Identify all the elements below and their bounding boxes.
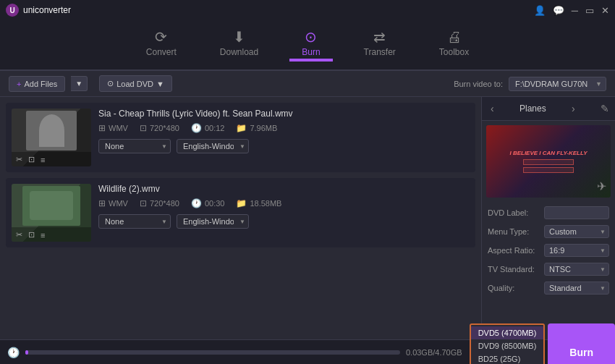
toolbar-left: + Add Files ▼ ⊙ Load DVD ▼: [9, 75, 172, 92]
menu-type-label: Menu Type:: [488, 227, 540, 236]
panel-prev-button[interactable]: ‹: [488, 101, 497, 116]
disk-option-dvd9[interactable]: DVD9 (8500MB): [471, 339, 544, 352]
settings-icon-2[interactable]: ≡: [41, 231, 45, 240]
burn-icon: ⊙: [305, 30, 317, 44]
burn-button[interactable]: Burn: [548, 323, 615, 365]
nav-transfer[interactable]: ⇄ Transfer: [364, 30, 396, 60]
nav-transfer-label: Transfer: [364, 47, 396, 57]
resolution-icon-1: ⊡: [140, 123, 147, 133]
menu-type-select[interactable]: Custom: [544, 225, 609, 238]
progress-label: 0.03GB/4.70GB: [406, 348, 462, 357]
nav-toolbox[interactable]: 🖨 Toolbox: [439, 30, 469, 60]
convert-icon: ⟳: [155, 30, 167, 44]
audio-select-1[interactable]: None: [98, 139, 171, 153]
dvd-icon: ⊙: [107, 79, 114, 88]
plane-icon: ✈: [597, 179, 606, 193]
progress-track: [25, 350, 400, 355]
minimize-icon[interactable]: ─: [572, 5, 578, 16]
burn-to-wrapper: F:\DVDRAM GU70N: [509, 77, 606, 91]
toolbox-icon: 🖨: [447, 30, 462, 44]
thumbnail-1: ✂ ⊡ ≡: [12, 109, 91, 166]
toolbar: + Add Files ▼ ⊙ Load DVD ▼ Burn video to…: [0, 71, 615, 97]
file-meta-2: ⊞ WMV ⊡ 720*480 🕐 00:30 📁 18.58MB: [98, 198, 470, 208]
tv-standard-select-wrapper: NTSC: [544, 263, 609, 276]
duration-icon-2: 🕐: [191, 198, 202, 208]
burn-to-select[interactable]: F:\DVDRAM GU70N: [509, 77, 606, 91]
clock-icon: 🕐: [7, 347, 20, 358]
disk-option-dvd5[interactable]: DVD5 (4700MB): [471, 326, 544, 339]
file-name-1: Sia - Cheap Thrills (Lyric Video) ft. Se…: [98, 109, 470, 119]
aspect-ratio-select[interactable]: 16:9: [544, 244, 609, 257]
crop-icon-2[interactable]: ⊡: [28, 230, 35, 240]
close-icon[interactable]: ✕: [601, 5, 609, 16]
file-info-2: Wildlife (2).wmv ⊞ WMV ⊡ 720*480 🕐 00:30: [98, 184, 470, 229]
load-dvd-arrow: ▼: [156, 80, 164, 88]
progress-fill: [25, 350, 28, 355]
burn-to-label: Burn video to:: [454, 80, 503, 88]
file-item-2: ✂ ⊡ ≡ Wildlife (2).wmv ⊞ WMV ⊡ 720*480: [6, 178, 475, 247]
file-name-2: Wildlife (2).wmv: [98, 184, 470, 194]
window-controls: 👤 💬 ─ ▭ ✕: [534, 5, 609, 16]
add-files-label: Add Files: [24, 80, 57, 88]
load-dvd-button[interactable]: ⊙ Load DVD ▼: [99, 75, 172, 92]
nav-bar: ⟳ Convert ⬇ Download ⊙ Burn ⇄ Transfer 🖨…: [0, 20, 615, 71]
user-icon[interactable]: 👤: [534, 5, 546, 16]
lang-select-2[interactable]: English-Windo...: [177, 214, 249, 229]
nav-burn[interactable]: ⊙ Burn: [302, 30, 320, 60]
audio-select-2[interactable]: None: [98, 214, 171, 229]
main-content: ✂ ⊡ ≡ Sia - Cheap Thrills (Lyric Video) …: [0, 97, 615, 339]
settings-icon[interactable]: ≡: [41, 156, 45, 164]
tv-standard-label: TV Standard:: [488, 265, 540, 274]
lang-select-wrapper-1: English-Windo...: [177, 139, 249, 153]
menu-type-select-wrapper: Custom: [544, 225, 609, 238]
nav-download[interactable]: ⬇ Download: [220, 30, 258, 60]
aspect-ratio-select-wrapper: 16:9: [544, 244, 609, 257]
add-files-button[interactable]: + Add Files: [9, 76, 65, 92]
disk-option-bd25[interactable]: BD25 (25G): [471, 352, 544, 365]
audio-select-wrapper-1: None: [98, 139, 171, 153]
aspect-ratio-label: Aspect Ratio:: [488, 246, 540, 255]
nav-convert-label: Convert: [146, 47, 177, 57]
format-icon-1: ⊞: [98, 123, 106, 133]
file-options-2: None English-Windo...: [98, 214, 470, 229]
file-options-1: None English-Windo...: [98, 139, 470, 153]
format-1: ⊞ WMV: [98, 123, 128, 133]
tv-standard-row: TV Standard: NTSC: [488, 263, 609, 276]
tv-standard-select[interactable]: NTSC: [544, 263, 609, 276]
audio-select-wrapper-2: None: [98, 214, 171, 229]
panel-edit-icon[interactable]: ✎: [601, 103, 609, 114]
app-name: uniconverter: [23, 5, 71, 15]
chat-icon[interactable]: 💬: [553, 5, 564, 16]
nav-download-label: Download: [220, 47, 258, 57]
panel-next-button[interactable]: ›: [569, 101, 578, 116]
add-files-dropdown[interactable]: ▼: [71, 76, 88, 91]
lang-select-1[interactable]: English-Windo...: [177, 139, 249, 153]
toolbar-right: Burn video to: F:\DVDRAM GU70N: [454, 77, 606, 91]
resolution-icon-2: ⊡: [140, 198, 147, 208]
file-item-1: ✂ ⊡ ≡ Sia - Cheap Thrills (Lyric Video) …: [6, 103, 475, 172]
quality-select[interactable]: Standard: [544, 282, 609, 295]
restore-icon[interactable]: ▭: [585, 5, 594, 16]
logo-icon: U: [6, 4, 19, 17]
panel-preview: I BELIEVE I CAN FLY-KELLY ✈: [486, 125, 611, 198]
aspect-ratio-row: Aspect Ratio: 16:9: [488, 244, 609, 257]
thumbnail-2: ✂ ⊡ ≡: [12, 184, 91, 242]
dvd-label-input[interactable]: [544, 206, 609, 219]
thumb-controls-1: ✂ ⊡ ≡: [12, 152, 91, 166]
file-meta-1: ⊞ WMV ⊡ 720*480 🕐 00:12 📁 7.96MB: [98, 123, 470, 133]
file-info-1: Sia - Cheap Thrills (Lyric Video) ft. Se…: [98, 109, 470, 153]
scissors-icon-2[interactable]: ✂: [16, 230, 22, 240]
quality-select-wrapper: Standard: [544, 282, 609, 295]
duration-1: 🕐 00:12: [191, 123, 225, 133]
quality-row: Quality: Standard: [488, 282, 609, 295]
nav-convert[interactable]: ⟳ Convert: [146, 30, 177, 60]
size-icon-1: 📁: [236, 123, 247, 133]
download-icon: ⬇: [233, 30, 245, 44]
lang-select-wrapper-2: English-Windo...: [177, 214, 249, 229]
thumb-content-2: [12, 184, 91, 227]
plus-icon: +: [17, 80, 21, 88]
bottom-right: DVD5 (4700MB) DVD9 (8500MB) BD25 (25G) B…: [470, 323, 615, 365]
crop-icon[interactable]: ⊡: [28, 155, 35, 164]
right-panel: ‹ Planes › ✎ I BELIEVE I CAN FLY-KELLY ✈…: [481, 97, 615, 339]
scissors-icon[interactable]: ✂: [16, 155, 22, 164]
